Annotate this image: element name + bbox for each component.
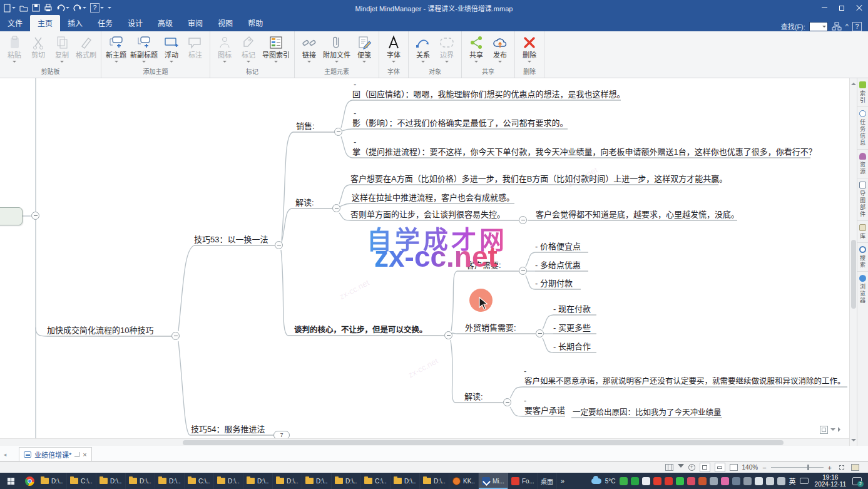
map-index-button[interactable]: 导图索引 (260, 33, 292, 64)
pane-tab-index[interactable]: 索引 (857, 78, 868, 107)
taskbar-folder-item[interactable]: D:\... (391, 473, 420, 489)
topic-interpret1-3-sub[interactable]: 客户会觉得都不知道是底，越要求，心里越发慌，没底。 (536, 210, 739, 220)
topic-trade-1[interactable]: - 现在付款 (553, 304, 591, 314)
topic-interpret2[interactable]: 解读: (464, 392, 483, 402)
topic-interpret1-2[interactable]: 这样在拉扯中推进流程，客户也会有成就感。 (352, 193, 514, 203)
tab-task[interactable]: 任务 (90, 15, 120, 31)
undo-button[interactable] (56, 4, 69, 12)
taskbar-folder-item[interactable]: D:\... (126, 473, 155, 489)
tab-nav-left[interactable]: ◂ (0, 451, 10, 461)
zoom-in-button[interactable]: + (828, 464, 832, 471)
share-button[interactable]: 共享 (464, 33, 488, 64)
tag-button[interactable]: 标记 (237, 33, 260, 64)
taskbar-foxit-button[interactable]: Fo... (508, 473, 538, 489)
chevron-right-icon[interactable] (838, 427, 843, 432)
taskbar-folder-item[interactable]: D:\... (302, 473, 332, 489)
tray-icon[interactable] (766, 477, 774, 485)
scroll-down-icon[interactable] (851, 439, 856, 444)
taskbar-mindmanager-button[interactable]: Mi... (479, 473, 508, 489)
tray-icon[interactable] (743, 477, 752, 485)
tab-view[interactable]: 视图 (210, 15, 240, 31)
topic-trade-3[interactable]: - 长期合作 (553, 342, 591, 352)
collapse-ribbon-button[interactable]: ^ (845, 23, 849, 30)
publish-button[interactable]: 发布 (488, 33, 512, 64)
input-language-indicator[interactable]: 英 (789, 476, 796, 486)
new-document-button[interactable] (4, 4, 16, 13)
topic-sales-2[interactable]: 影（影响）：不过我们价格确实是最低了，公司都有要求的。 (352, 118, 568, 128)
tray-icon[interactable] (710, 477, 718, 485)
topic-customer-2[interactable]: - 多给点优惠 (535, 260, 581, 270)
topic-sales[interactable]: 销售: (296, 121, 315, 131)
taskbar-chrome-button[interactable] (21, 476, 38, 486)
taskbar-folder-item[interactable]: D:\... (332, 473, 361, 489)
pane-tab-browser[interactable]: 浏览器 (857, 272, 868, 307)
scroll-up-icon[interactable] (851, 80, 856, 85)
fit-page-button[interactable] (715, 463, 725, 472)
weather-cloud-icon[interactable] (591, 478, 601, 484)
tray-icon[interactable] (698, 477, 707, 485)
topic-sales-3[interactable]: 掌（提问推进流程）：要不这样，你今天下单付款，我今天冲业绩量，向老板申请额外赠送… (352, 147, 817, 157)
topic-customer-3[interactable]: - 分期付款 (535, 279, 573, 289)
tray-icon[interactable] (777, 477, 785, 485)
topic-skill53[interactable]: 技巧53：以一换一法 (194, 235, 268, 245)
collapse-toggle[interactable] (332, 204, 340, 212)
start-button[interactable] (0, 473, 21, 489)
tab-help[interactable]: 帮助 (240, 15, 270, 31)
tab-review[interactable]: 审阅 (180, 15, 210, 31)
tab-design[interactable]: 设计 (120, 15, 150, 31)
tab-options-icon[interactable] (74, 452, 79, 457)
taskbar-kk-button[interactable]: KK... (449, 473, 479, 489)
format-painter-button[interactable]: 格式刷 (74, 33, 98, 64)
taskbar-desktop-toolbar[interactable]: 桌面 (538, 473, 557, 489)
topic-core[interactable]: 谈判的核心，不让步，但是可以交换。 (294, 325, 427, 335)
taskbar-clock[interactable]: 19:16 2024-12-11 (812, 474, 849, 488)
topic-interpret1[interactable]: 解读: (295, 198, 314, 208)
notes-pane-icon[interactable] (851, 464, 859, 471)
save-button[interactable] (32, 4, 40, 12)
topic-interpret1-1[interactable]: 客户想要在A方面（比如价格）多进一步，我们在B方面（比如付款时间）上进一步，这样… (350, 174, 727, 184)
collapse-toggle[interactable] (31, 212, 39, 220)
horizontal-scrollbar[interactable] (0, 438, 849, 446)
calendar-icon[interactable] (730, 464, 738, 471)
topic-interpret2-2[interactable]: 要客户承诺 (524, 406, 565, 416)
filter-icon[interactable] (678, 464, 684, 471)
select-topic-icon[interactable]: + (688, 464, 695, 471)
pane-tab-resources[interactable]: 资源 (857, 150, 868, 178)
topic-main[interactable]: 加快成交简化流程的10种技巧 (47, 326, 153, 336)
touch-keyboard-icon[interactable] (800, 478, 809, 484)
print-button[interactable] (44, 4, 53, 12)
topic-dash[interactable]: - (354, 137, 356, 147)
taskbar-folder-item[interactable]: D:\... (155, 473, 185, 489)
map-canvas[interactable]: 增 加快成交简化流程的10种技巧 技巧53：以一换一法 技巧54：服务推进法 7… (0, 78, 849, 446)
attach-file-button[interactable]: 附加文件 (321, 33, 352, 64)
taskbar-folder-item[interactable]: D:\... (243, 473, 273, 489)
topic-dash[interactable]: - (524, 366, 526, 376)
pane-tab-search[interactable]: 搜索 (857, 243, 868, 272)
taskbar-folder-item[interactable]: C:\... (361, 473, 391, 489)
tray-icon[interactable] (665, 477, 673, 485)
topic-interpret2-2-note[interactable]: 一定要给出原因：比如我为了今天冲业绩量 (573, 408, 722, 418)
topic-sales-1[interactable]: 回（回应情绪）：嗯嗯，我能理解你们想买的优惠点的想法，是我也这样想。 (352, 90, 625, 100)
weather-temp[interactable]: 5°C (605, 478, 616, 485)
collapse-toggle[interactable] (503, 398, 511, 406)
tray-icon[interactable] (620, 477, 628, 485)
topic-customer-1[interactable]: - 价格便宜点 (535, 242, 581, 252)
taskbar-folder-item[interactable]: C:\... (185, 473, 214, 489)
customize-qat-button[interactable] (108, 5, 111, 11)
tray-icon[interactable] (676, 477, 684, 485)
topic-dash[interactable]: - (354, 80, 356, 89)
tab-insert[interactable]: 插入 (60, 15, 90, 31)
vertical-scrollbar[interactable] (849, 78, 857, 446)
new-topic-button[interactable]: 新主题 (104, 33, 128, 64)
icon-marker-button[interactable]: 图标 (213, 33, 237, 64)
pane-tab-map-parts[interactable]: 导图部件 (857, 178, 868, 221)
scrollbar-thumb[interactable] (851, 240, 856, 309)
pane-tab-library[interactable]: 库 (857, 221, 868, 243)
topic-interpret1-3[interactable]: 否则单方面的让步，会让谈判很容易失控。 (350, 210, 505, 220)
new-subtopic-button[interactable]: 新副标题 (128, 33, 160, 64)
relationship-button[interactable]: 关系 (411, 33, 435, 64)
document-tab-active[interactable]: 业绩倍增课* × (19, 447, 92, 461)
topic-trade-2[interactable]: - 买更多些 (553, 323, 591, 333)
fit-window-icon[interactable] (836, 463, 847, 472)
link-button[interactable]: 链接 (297, 33, 321, 64)
